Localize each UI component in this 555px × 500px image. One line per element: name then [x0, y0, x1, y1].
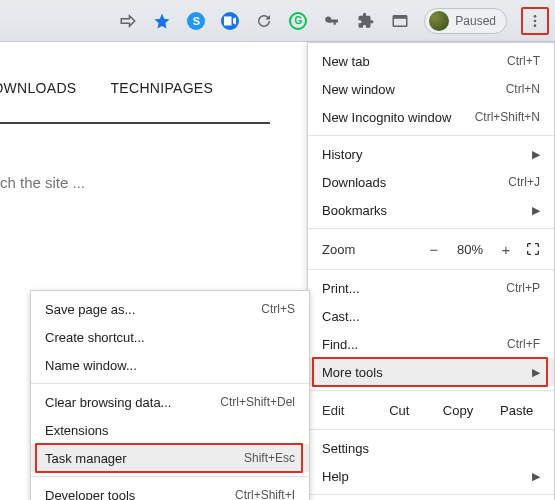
svg-point-4: [534, 24, 537, 27]
chevron-right-icon: ▶: [532, 148, 540, 161]
divider: [0, 122, 270, 124]
fullscreen-button[interactable]: [522, 238, 544, 260]
bookmark-star-icon[interactable]: [152, 11, 172, 31]
nav-link-technipages[interactable]: TECHNIPAGES: [111, 80, 214, 96]
menu-edit-row: Edit Cut Copy Paste: [308, 395, 554, 425]
chrome-menu-button[interactable]: [521, 7, 549, 35]
zoom-out-button[interactable]: −: [422, 241, 446, 258]
menu-new-incognito[interactable]: New Incognito windowCtrl+Shift+N: [308, 103, 554, 131]
edit-label: Edit: [322, 403, 370, 418]
menu-find[interactable]: Find...Ctrl+F: [308, 330, 554, 358]
browser-toolbar: S G Paused: [0, 0, 555, 42]
nav-link-downloads[interactable]: DOWNLOADS: [0, 80, 77, 96]
password-key-icon[interactable]: [322, 11, 342, 31]
submenu-task-manager[interactable]: Task managerShift+Esc: [31, 444, 309, 472]
menu-new-window[interactable]: New windowCtrl+N: [308, 75, 554, 103]
extensions-puzzle-icon[interactable]: [356, 11, 376, 31]
more-tools-submenu: Save page as...Ctrl+S Create shortcut...…: [30, 290, 310, 500]
svg-point-3: [534, 19, 537, 22]
tab-overview-icon[interactable]: [390, 11, 410, 31]
cut-button[interactable]: Cut: [370, 403, 429, 418]
submenu-name-window[interactable]: Name window...: [31, 351, 309, 379]
menu-help[interactable]: Help▶: [308, 462, 554, 490]
paste-button[interactable]: Paste: [487, 403, 546, 418]
menu-bookmarks[interactable]: Bookmarks▶: [308, 196, 554, 224]
menu-new-tab[interactable]: New tabCtrl+T: [308, 47, 554, 75]
refresh-icon[interactable]: [254, 11, 274, 31]
submenu-clear-browsing-data[interactable]: Clear browsing data...Ctrl+Shift+Del: [31, 388, 309, 416]
menu-more-tools[interactable]: More tools▶: [308, 358, 554, 386]
chevron-right-icon: ▶: [532, 366, 540, 379]
extension-grammarly-icon[interactable]: G: [288, 11, 308, 31]
submenu-developer-tools[interactable]: Developer toolsCtrl+Shift+I: [31, 481, 309, 500]
submenu-save-page[interactable]: Save page as...Ctrl+S: [31, 295, 309, 323]
svg-point-2: [534, 15, 537, 18]
chevron-right-icon: ▶: [532, 470, 540, 483]
menu-zoom-row: Zoom − 80% +: [308, 233, 554, 265]
profile-chip[interactable]: Paused: [424, 8, 507, 34]
page-content: DOWNLOADS TECHNIPAGES: [0, 42, 310, 200]
zoom-in-button[interactable]: +: [494, 241, 518, 258]
zoom-label: Zoom: [322, 242, 418, 257]
submenu-extensions[interactable]: Extensions: [31, 416, 309, 444]
share-icon[interactable]: [118, 11, 138, 31]
svg-rect-1: [394, 15, 408, 18]
avatar-icon: [429, 11, 449, 31]
profile-status: Paused: [455, 14, 496, 28]
extension-s-icon[interactable]: S: [186, 11, 206, 31]
menu-cast[interactable]: Cast...: [308, 302, 554, 330]
extension-video-icon[interactable]: [220, 11, 240, 31]
site-search-input[interactable]: [0, 164, 280, 200]
copy-button[interactable]: Copy: [429, 403, 488, 418]
menu-settings[interactable]: Settings: [308, 434, 554, 462]
menu-print[interactable]: Print...Ctrl+P: [308, 274, 554, 302]
menu-downloads[interactable]: DownloadsCtrl+J: [308, 168, 554, 196]
chevron-right-icon: ▶: [532, 204, 540, 217]
submenu-create-shortcut[interactable]: Create shortcut...: [31, 323, 309, 351]
chrome-main-menu: New tabCtrl+T New windowCtrl+N New Incog…: [307, 42, 555, 500]
zoom-percent: 80%: [450, 242, 490, 257]
menu-history[interactable]: History▶: [308, 140, 554, 168]
